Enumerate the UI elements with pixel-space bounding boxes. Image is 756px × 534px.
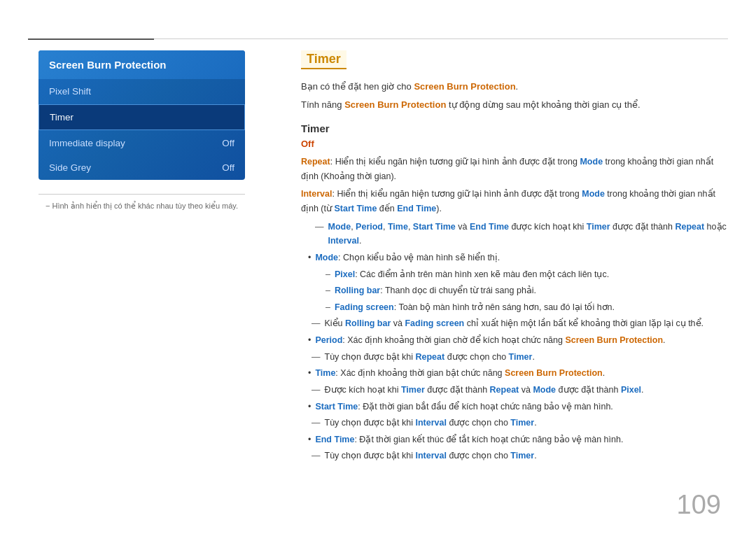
start-time-ref: Start Time: [334, 204, 377, 213]
interval-paragraph: Interval: Hiển thị kiểu ngăn hiện tương …: [301, 187, 728, 216]
interval-label: Interval: [301, 189, 332, 199]
menu-item-label: Immediate display: [49, 138, 125, 148]
menu-item-timer[interactable]: Timer: [38, 104, 245, 130]
page-number: 109: [677, 490, 721, 520]
sub-rolling-bar: – Rolling bar: Thanh dọc di chuyển từ tr…: [301, 283, 728, 298]
intro-link-1: Screen Burn Protection: [414, 81, 515, 92]
intro-link-2: Screen Burn Protection: [344, 99, 446, 110]
note-rolling-fading: — Kiểu Rolling bar và Fading screen chỉ …: [301, 316, 728, 331]
content-title: Timer: [301, 50, 346, 69]
content-body: Repeat: Hiển thị kiểu ngăn hiện tương gi…: [301, 155, 728, 463]
intro-line-2: Tính năng Screen Burn Protection tự động…: [301, 97, 728, 113]
note-section: Hình ảnh hiển thị có thể khác nhau tùy t…: [38, 194, 245, 211]
bullet-period: • Period: Xác định khoảng thời gian chờ …: [308, 333, 728, 348]
bullet-time: • Time: Xác định khoảng thời gian bật ch…: [308, 366, 728, 381]
menu-item-value: Off: [222, 138, 234, 148]
mode-ref2: Mode: [582, 189, 605, 199]
end-time-ref: End Time: [397, 204, 436, 213]
dash-note-text: Mode, Period, Time, Start Time và End Ti…: [328, 220, 729, 248]
left-panel: Screen Burn Protection Pixel Shift Timer…: [38, 50, 245, 211]
repeat-paragraph: Repeat: Hiển thị kiểu ngăn hiện tương gi…: [301, 155, 728, 183]
status-off: Off: [301, 139, 728, 149]
mode-ref: Mode: [580, 157, 603, 167]
menu-item-label: Timer: [50, 112, 74, 122]
menu-title: Screen Burn Protection: [38, 50, 245, 79]
note-start-time: — Tùy chọn được bật khi Interval được ch…: [301, 416, 728, 430]
dash-icon: —: [315, 220, 324, 248]
bullet-text: Mode: Chọn kiểu bảo vệ màn hình sẽ hiển …: [315, 251, 500, 265]
sub-fading-screen: – Fading screen: Toàn bộ màn hình trở nê…: [301, 300, 728, 315]
note-time: — Được kích hoạt khi Timer được đặt thàn…: [301, 383, 728, 398]
bullet-start-time: • Start Time: Đặt thời gian bắt đầu để k…: [308, 400, 728, 414]
bullet-icon: •: [308, 251, 311, 265]
intro-line-1: Bạn có thể đặt hen giờ cho Screen Burn P…: [301, 79, 728, 94]
note-text: Hình ảnh hiển thị có thể khác nhau tùy t…: [38, 202, 245, 211]
dash-note-mode: — Mode, Period, Time, Start Time và End …: [301, 220, 728, 248]
menu-item-pixel-shift[interactable]: Pixel Shift: [38, 79, 245, 104]
menu-box: Screen Burn Protection Pixel Shift Timer…: [38, 50, 245, 180]
note-end-time: — Tùy chọn được bật khi Interval được ch…: [301, 449, 728, 463]
sub-pixel: – Pixel: Các điểm ảnh trên màn hình xen …: [301, 267, 728, 282]
menu-item-value: Off: [222, 162, 234, 173]
note-period: — Tùy chọn được bật khi Repeat được chọn…: [301, 350, 728, 365]
right-panel: Timer Bạn có thể đặt hen giờ cho Screen …: [301, 50, 728, 465]
bullet-end-time: • End Time: Đặt thời gian kết thúc để tắ…: [308, 433, 728, 447]
menu-item-label: Pixel Shift: [49, 86, 91, 97]
section-subtitle: Timer: [301, 122, 728, 134]
menu-item-immediate-display[interactable]: Immediate display Off: [38, 131, 245, 155]
menu-item-label: Side Grey: [49, 162, 91, 173]
bullet-mode: • Mode: Chọn kiểu bảo vệ màn hình sẽ hiể…: [308, 251, 728, 265]
top-accent-line: [28, 38, 154, 40]
repeat-label: Repeat: [301, 157, 330, 167]
menu-item-side-grey[interactable]: Side Grey Off: [38, 155, 245, 180]
